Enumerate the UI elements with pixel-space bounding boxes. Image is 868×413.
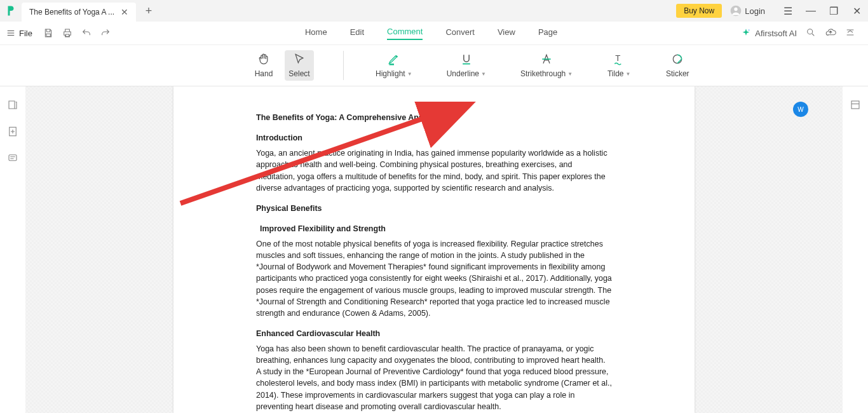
strikethrough-icon	[540, 53, 553, 65]
heading-flexibility: Improved Flexibility and Strength	[260, 223, 612, 234]
comments-icon	[7, 152, 18, 164]
undo-icon	[81, 28, 92, 38]
doc-title: The Benefits of Yoga: A Comprehensive An…	[256, 112, 612, 123]
bookmarks-panel-button[interactable]	[7, 99, 18, 113]
file-menu[interactable]: File	[6, 29, 32, 38]
ai-label: Afirstsoft AI	[755, 29, 797, 38]
hand-icon	[257, 53, 270, 65]
add-page-panel-button[interactable]	[7, 126, 18, 140]
tab-comment[interactable]: Comment	[387, 27, 423, 40]
redo-icon	[100, 28, 111, 38]
undo-button[interactable]	[77, 24, 96, 43]
add-tab-button[interactable]: +	[140, 2, 158, 20]
collapse-ribbon-button[interactable]	[845, 27, 855, 39]
svg-point-1	[735, 8, 738, 11]
save-icon	[43, 28, 53, 38]
svg-rect-7	[9, 155, 17, 161]
properties-icon	[850, 99, 861, 111]
strikethrough-tool[interactable]: Strikethrough▼	[518, 50, 575, 81]
svg-point-2	[749, 29, 750, 30]
cursor-icon	[293, 53, 306, 65]
document-page[interactable]: The Benefits of Yoga: A Comprehensive An…	[173, 86, 695, 413]
underline-label: Underline	[447, 69, 479, 78]
collapse-icon	[845, 27, 855, 37]
heading-cardio: Enhanced Cardiovascular Health	[256, 328, 612, 339]
svg-rect-8	[851, 101, 859, 109]
chevron-down-icon[interactable]: ▼	[481, 71, 486, 77]
restore-button[interactable]: ❐	[822, 0, 845, 22]
tilde-icon: T	[613, 53, 625, 65]
underline-icon	[460, 53, 473, 65]
redo-button[interactable]	[96, 24, 115, 43]
tab-edit[interactable]: Edit	[350, 27, 364, 39]
paragraph: Yoga, an ancient practice originating in…	[256, 147, 612, 194]
comments-panel-button[interactable]	[7, 152, 18, 166]
heading-introduction: Introduction	[256, 132, 612, 144]
sticker-label: Sticker	[666, 69, 689, 78]
print-button[interactable]	[58, 24, 77, 43]
divider	[343, 51, 344, 80]
close-window-button[interactable]: ✕	[845, 0, 868, 22]
chevron-down-icon[interactable]: ▼	[407, 71, 412, 77]
select-label: Select	[288, 69, 309, 78]
highlight-tool[interactable]: Highlight▼	[373, 50, 415, 81]
svg-point-3	[808, 29, 813, 34]
hamburger-menu-icon[interactable]: ☰	[776, 0, 799, 22]
sticker-tool[interactable]: Sticker	[663, 50, 692, 81]
main-tabs: Home Edit Comment Convert View Page	[121, 27, 741, 40]
underline-tool[interactable]: Underline▼	[444, 50, 489, 81]
tab-convert[interactable]: Convert	[445, 27, 475, 39]
hand-label: Hand	[255, 69, 273, 78]
tilde-label: Tilde	[607, 69, 624, 78]
chevron-down-icon[interactable]: ▼	[626, 71, 631, 77]
file-label: File	[19, 29, 32, 38]
highlight-label: Highlight	[376, 69, 405, 78]
select-tool[interactable]: Select	[285, 50, 314, 81]
user-icon	[729, 4, 742, 17]
chevron-down-icon[interactable]: ▼	[567, 71, 573, 77]
bookmark-icon	[7, 99, 18, 111]
highlight-icon	[387, 53, 401, 65]
add-page-icon	[7, 126, 18, 137]
hand-tool[interactable]: Hand	[249, 50, 278, 81]
paragraph: Yoga has also been shown to benefit card…	[256, 343, 612, 412]
login-label: Login	[745, 6, 765, 16]
close-tab-icon[interactable]: ✕	[121, 7, 128, 17]
minimize-button[interactable]: —	[799, 0, 822, 22]
cloud-icon	[825, 27, 836, 38]
document-tab[interactable]: The Benefits of Yoga A ... ✕	[22, 3, 136, 22]
properties-panel-button[interactable]	[850, 99, 861, 113]
buy-now-button[interactable]: Buy Now	[676, 4, 722, 18]
file-menu-icon	[6, 29, 15, 37]
cloud-button[interactable]	[825, 27, 836, 40]
tab-home[interactable]: Home	[305, 27, 327, 39]
document-tab-title: The Benefits of Yoga A ...	[29, 8, 116, 17]
tilde-tool[interactable]: T Tilde▼	[604, 50, 634, 81]
print-icon	[62, 28, 72, 38]
app-logo	[0, 0, 22, 22]
word-export-bubble[interactable]: W	[793, 102, 808, 117]
heading-physical: Physical Benefits	[256, 203, 612, 214]
strikethrough-label: Strikethrough	[520, 69, 566, 78]
tab-page[interactable]: Page	[538, 27, 557, 39]
search-icon	[806, 27, 816, 37]
login-button[interactable]: Login	[729, 4, 765, 17]
tab-view[interactable]: View	[498, 27, 515, 39]
search-button[interactable]	[806, 27, 816, 39]
sticker-icon	[671, 53, 684, 65]
paragraph: One of the most notable physical benefit…	[256, 238, 612, 319]
svg-text:T: T	[615, 53, 620, 63]
sparkle-icon	[741, 28, 751, 38]
save-button[interactable]	[39, 24, 58, 43]
ai-button[interactable]: Afirstsoft AI	[741, 28, 797, 38]
